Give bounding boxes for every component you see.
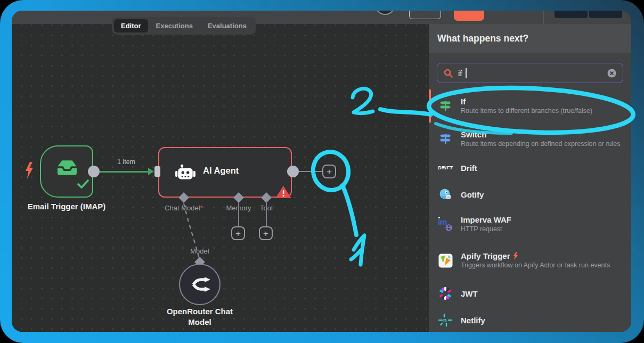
topbar-dark-button-1[interactable] xyxy=(555,11,588,18)
list-item-if[interactable]: If Route items to different branches (tr… xyxy=(429,93,631,119)
trigger-bolt-icon xyxy=(25,161,34,179)
if-branch-icon xyxy=(437,100,453,112)
list-item-jwt[interactable]: JWT xyxy=(429,284,631,303)
warning-icon xyxy=(276,186,291,199)
item-title: Switch xyxy=(461,129,621,140)
inbox-icon xyxy=(55,159,79,177)
item-description: Route items to different branches (true/… xyxy=(461,107,592,116)
list-item-imperva-waf[interactable]: im Imperva WAF HTTP request xyxy=(429,212,631,236)
share-button[interactable] xyxy=(409,11,441,19)
node-results-list: If Route items to different branches (tr… xyxy=(429,93,631,329)
item-description: HTTP request xyxy=(461,225,511,234)
svg-text:n: n xyxy=(443,317,447,323)
memory-connector-line xyxy=(238,202,239,227)
item-description: Triggers workflow on Apify Actor or task… xyxy=(461,261,610,270)
tab-evaluations[interactable]: Evaluations xyxy=(201,19,254,32)
chat-model-port-label: Chat Model* xyxy=(152,204,216,212)
list-item-drift[interactable]: DRIFT Drift xyxy=(429,159,631,177)
required-marker: * xyxy=(200,204,203,212)
view-tabs: Editor Executions Evaluations xyxy=(112,17,256,35)
node-email-trigger[interactable] xyxy=(40,145,93,198)
screenshot-stage: Editor Executions Evaluations Email Trig… xyxy=(0,0,644,343)
agent-output-connector[interactable] xyxy=(287,166,299,177)
openrouter-label: OpenRouter ChatModel xyxy=(152,306,248,328)
success-check-icon xyxy=(77,179,89,189)
node-ai-agent[interactable]: AI Agent xyxy=(158,147,292,198)
imperva-logo-icon: im xyxy=(437,217,453,232)
email-trigger-label: Email Trigger (IMAP) xyxy=(19,202,115,211)
robot-icon xyxy=(174,162,197,184)
item-title: Drift xyxy=(461,163,477,173)
model-port-label: Model xyxy=(178,247,221,255)
node-search-box xyxy=(437,63,623,83)
top-bar xyxy=(12,11,631,24)
item-title: JWT xyxy=(461,289,478,299)
ai-agent-label: AI Agent xyxy=(203,166,239,176)
node-openrouter-chat-model[interactable] xyxy=(179,264,221,305)
tab-editor[interactable]: Editor xyxy=(114,19,148,32)
hover-indicator xyxy=(429,89,431,123)
topbar-dark-button-2[interactable] xyxy=(589,11,622,18)
clear-search-button[interactable] xyxy=(607,69,616,78)
search-icon xyxy=(444,69,453,78)
tab-executions[interactable]: Executions xyxy=(149,19,200,32)
list-item-apify-trigger[interactable]: Apify Trigger Triggers workflow on Apify… xyxy=(429,243,631,278)
item-title: Imperva WAF xyxy=(461,215,511,225)
add-tool-button[interactable] xyxy=(259,226,273,240)
item-title: Gotify xyxy=(461,190,484,200)
email-output-connector[interactable] xyxy=(88,166,100,177)
workflow-canvas[interactable]: Email Trigger (IMAP) 1 item xyxy=(12,24,429,332)
close-icon xyxy=(607,69,616,78)
panel-header: What happens next? xyxy=(429,24,631,53)
openrouter-logo-icon xyxy=(189,276,210,292)
trigger-bolt-icon xyxy=(513,252,518,260)
connection-items-count: 1 item xyxy=(105,158,148,166)
netlify-logo-icon: n xyxy=(437,313,453,327)
add-next-node-button[interactable] xyxy=(322,165,336,178)
jwt-logo-icon xyxy=(437,287,453,300)
drift-logo-icon: DRIFT xyxy=(437,165,453,170)
item-title: Apify Trigger xyxy=(461,251,610,261)
connection-arrowhead xyxy=(148,168,154,175)
add-memory-button[interactable] xyxy=(231,226,245,240)
list-item-switch[interactable]: Switch Route items depending on defined … xyxy=(429,126,631,152)
text-cursor xyxy=(466,68,467,78)
connection-line xyxy=(100,171,150,173)
avatar[interactable] xyxy=(375,11,395,15)
gotify-bird-icon xyxy=(437,187,453,201)
search-input[interactable] xyxy=(458,69,602,78)
node-picker-panel: What happens next? xyxy=(429,24,631,332)
list-item-netlify[interactable]: n Netlify xyxy=(429,311,631,329)
app-window: Editor Executions Evaluations Email Trig… xyxy=(12,11,631,332)
save-button[interactable] xyxy=(454,11,484,21)
list-item-gotify[interactable]: Gotify xyxy=(429,185,631,203)
tool-connector-line xyxy=(266,202,267,227)
agent-output-line xyxy=(299,171,323,172)
item-title: Netlify xyxy=(461,315,485,325)
switch-branch-icon xyxy=(437,133,453,145)
item-description: Route items depending on defined express… xyxy=(461,140,621,149)
apify-logo-icon xyxy=(437,254,453,268)
item-title: If xyxy=(461,96,592,107)
agent-input-port[interactable] xyxy=(154,166,160,177)
topbar-divider xyxy=(543,11,544,24)
panel-title: What happens next? xyxy=(437,33,528,44)
